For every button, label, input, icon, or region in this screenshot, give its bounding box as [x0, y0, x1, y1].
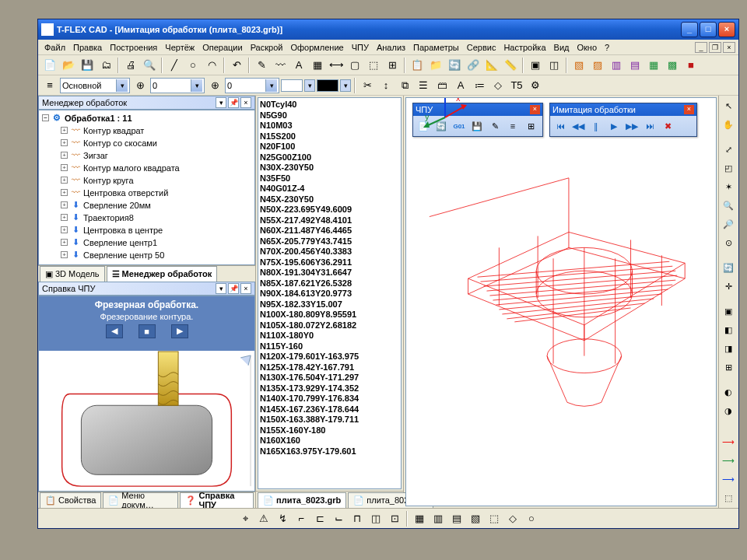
vb-view4[interactable]: ⊞	[720, 359, 737, 376]
vb-axis-z[interactable]: ⟶	[720, 471, 737, 488]
link-icon[interactable]: 🔗	[465, 57, 482, 74]
simulation-viewport[interactable]: ЧПУ× 📄 🔄 G01 💾 ✎ ≡ ⊞ Имитация обработки×	[405, 97, 717, 506]
gcode-line[interactable]: N0Tcyl40	[260, 100, 399, 110]
expand-icon[interactable]: +	[61, 189, 68, 196]
vb-axis-y[interactable]: ⟶	[720, 452, 737, 469]
save-icon[interactable]: 💾	[79, 57, 96, 74]
gcode-line[interactable]: N30X-230Y50	[260, 163, 399, 173]
cube5-icon[interactable]: ▦	[645, 57, 662, 74]
expand-icon[interactable]: +	[61, 214, 68, 221]
expand-icon[interactable]: +	[61, 177, 68, 184]
cube2-icon[interactable]: ▨	[589, 57, 606, 74]
tree-item[interactable]: +〰Контур квадрат	[40, 124, 253, 137]
preview-icon[interactable]: 🔍	[141, 57, 158, 74]
tb2-5[interactable]: 🗃	[433, 77, 451, 94]
gcode-line[interactable]: N165X163.975Y-179.601	[260, 446, 399, 457]
vb-view1[interactable]: ▣	[720, 303, 737, 320]
vb-zoom-fit[interactable]: ⤢	[720, 141, 737, 158]
tb2-2[interactable]: ↕	[377, 77, 395, 94]
gcode-line[interactable]: N115Y-160	[260, 341, 399, 352]
machining-tree[interactable]: − ⚙ Обработка1 : 11 +〰Контур квадрат+〰Ко…	[38, 110, 255, 265]
color-a-drop[interactable]: ▾	[304, 79, 315, 92]
menu-build[interactable]: Построения	[107, 41, 160, 54]
folder-icon[interactable]: 📁	[427, 57, 444, 74]
tb2-9[interactable]: T5	[508, 77, 525, 94]
tb2-4[interactable]: ☰	[415, 77, 432, 94]
sb-2[interactable]: ⚠	[255, 510, 272, 527]
sb-1[interactable]: ⌖	[237, 510, 254, 527]
tree-item[interactable]: +⬇Траектория8	[40, 212, 253, 224]
gcode-line[interactable]: N5G90	[260, 110, 399, 121]
cube1-icon[interactable]: ▧	[570, 57, 587, 74]
open-icon[interactable]: 📂	[60, 57, 77, 74]
gcode-line[interactable]: N100X-180.809Y8.95591	[260, 310, 399, 320]
panel-close-icon[interactable]: ×	[240, 97, 251, 108]
expand-icon[interactable]: +	[61, 139, 68, 146]
tb2-3[interactable]: ⧉	[396, 77, 413, 94]
box-icon[interactable]: ▢	[346, 57, 363, 74]
gcode-line[interactable]: N75X-195.606Y36.2911	[260, 257, 399, 268]
vb-hand[interactable]: ✋	[720, 116, 737, 133]
cube7-icon[interactable]: ■	[682, 57, 700, 74]
tb2-1[interactable]: ✂	[359, 77, 376, 94]
gcode-line[interactable]: N55X-217.492Y48.4101	[260, 215, 399, 226]
save-all-icon[interactable]: 🗂	[97, 57, 114, 74]
tab-manager[interactable]: ☰Менеджер обработок	[107, 266, 218, 282]
sb-14[interactable]: ⬚	[486, 510, 503, 527]
sb-11[interactable]: ▥	[430, 510, 447, 527]
gcode-line[interactable]: N70X-200.456Y40.3383	[260, 247, 399, 257]
gcode-line[interactable]: N40G01Z-4	[260, 184, 399, 194]
line-icon[interactable]: ╱	[166, 57, 183, 74]
gcode-line[interactable]: N45X-230Y50	[260, 194, 399, 205]
menu-design[interactable]: Оформление	[287, 41, 346, 54]
tab-doc-menu[interactable]: 📄Меню докум…	[103, 492, 178, 508]
hatch-icon[interactable]: ▦	[309, 57, 326, 74]
vb-iso[interactable]: ⬚	[720, 489, 737, 506]
gcode-list[interactable]: N0Tcyl40N5G90N10M03N15S200N20F100N25G00Z…	[258, 97, 402, 489]
gcode-line[interactable]: N130X-176.504Y-171.297	[260, 373, 399, 383]
panel-pin-icon[interactable]: 📌	[228, 97, 239, 108]
tab-cnc-help[interactable]: ❓Справка ЧПУ	[180, 492, 254, 508]
circle-icon[interactable]: ○	[184, 57, 202, 74]
tree-item[interactable]: +⬇Сверление 20мм	[40, 199, 253, 212]
doc-tab-1[interactable]: 📄плита_8023.grb	[258, 492, 346, 508]
expand-icon[interactable]: +	[61, 201, 68, 208]
help-pin-icon[interactable]: 📌	[228, 283, 239, 294]
gcode-line[interactable]: N135X-173.929Y-174.352	[260, 383, 399, 394]
help-close-icon[interactable]: ×	[240, 283, 251, 294]
gcode-line[interactable]: N95X-182.33Y15.007	[260, 299, 399, 310]
sb-16[interactable]: ○	[523, 510, 540, 527]
num-a-icon[interactable]: ⊕	[132, 77, 149, 94]
vb-zoom-out[interactable]: 🔎	[720, 215, 737, 233]
collapse-icon[interactable]: −	[42, 114, 49, 121]
tb2-6[interactable]: A	[452, 77, 469, 94]
gcode-line[interactable]: N50X-223.695Y49.6009	[260, 205, 399, 215]
gcode-line[interactable]: N160X160	[260, 436, 399, 446]
menu-drawing[interactable]: Чертёж	[162, 41, 198, 54]
cube3-icon[interactable]: ▥	[608, 57, 625, 74]
win1-icon[interactable]: ▣	[527, 57, 544, 74]
menu-operations[interactable]: Операции	[199, 41, 245, 54]
gcode-line[interactable]: N150X-163.388Y-179.711	[260, 415, 399, 425]
gcode-line[interactable]: N120X-179.601Y-163.975	[260, 352, 399, 362]
gcode-line[interactable]: N140X-170.799Y-176.834	[260, 394, 399, 404]
sb-7[interactable]: ⊓	[349, 510, 366, 527]
tree-item[interactable]: +〰Центровка отверстий	[40, 187, 253, 199]
tb2-10[interactable]: ⚙	[527, 77, 544, 94]
num-a-combo[interactable]: 0 ▾	[150, 78, 205, 93]
gcode-line[interactable]: N20F100	[260, 142, 399, 152]
sb-15[interactable]: ◇	[504, 510, 521, 527]
tool1-icon[interactable]: 📐	[483, 57, 500, 74]
minimize-button[interactable]: _	[681, 22, 698, 37]
new-icon[interactable]: 📄	[41, 57, 58, 74]
expand-icon[interactable]: +	[61, 239, 68, 246]
dim-icon[interactable]: ⟷	[328, 57, 345, 74]
gcode-line[interactable]: N35F50	[260, 173, 399, 184]
expand-icon[interactable]: +	[61, 226, 68, 233]
menu-settings[interactable]: Настройка	[500, 41, 549, 54]
vb-shade2[interactable]: ◑	[720, 402, 737, 419]
close-button[interactable]: ×	[718, 22, 735, 37]
tree-item[interactable]: +⬇Центровка в центре	[40, 224, 253, 236]
menu-edit[interactable]: Правка	[70, 41, 105, 54]
help-prev-button[interactable]: ◀	[106, 324, 123, 338]
